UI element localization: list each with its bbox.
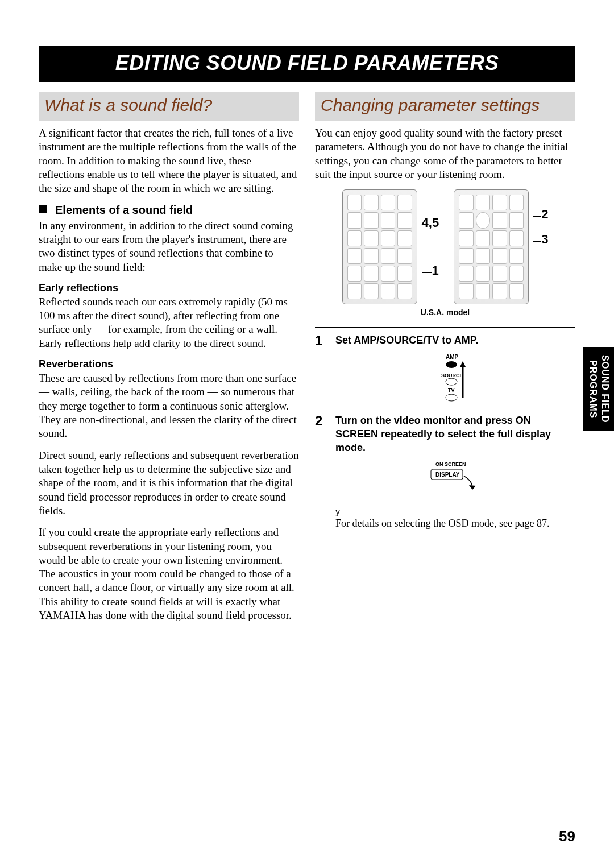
side-tab-line1: SOUND FIELD bbox=[600, 355, 610, 423]
svg-point-0 bbox=[446, 361, 457, 368]
reverberations-heading: Reverberations bbox=[39, 358, 299, 370]
reverberations-body: These are caused by reflections from mor… bbox=[39, 371, 299, 441]
step-2-number: 2 bbox=[315, 414, 327, 428]
callout-3: 3 bbox=[541, 232, 548, 246]
remote-figure: 4,5 1 bbox=[315, 189, 575, 317]
section-header-changing: Changing parameter settings bbox=[315, 92, 575, 121]
step-2: 2 Turn on the video monitor and press ON… bbox=[315, 414, 575, 502]
chapter-banner: EDITING SOUND FIELD PARAMETERS bbox=[39, 46, 575, 82]
step-separator bbox=[315, 327, 575, 328]
step-2-text: Turn on the video monitor and press ON S… bbox=[335, 414, 575, 455]
switch-label-amp: AMP bbox=[446, 354, 459, 360]
paragraph-3: Direct sound, early reflections and subs… bbox=[39, 449, 299, 518]
switch-label-tv: TV bbox=[448, 387, 455, 393]
arrow-up-icon bbox=[460, 361, 466, 367]
paragraph-4: If you could create the appropriate earl… bbox=[39, 526, 299, 622]
elements-heading-text: Elements of a sound field bbox=[55, 204, 193, 216]
on-screen-button-icon: ON SCREEN DISPLAY bbox=[418, 459, 492, 499]
square-bullet-icon bbox=[39, 205, 47, 213]
switch-label-source: SOURCE bbox=[441, 373, 463, 378]
footnote-body: For details on selecting the OSD mode, s… bbox=[335, 517, 575, 530]
changing-intro: You can enjoy good quality sound with th… bbox=[315, 126, 575, 181]
step-2-figure: ON SCREEN DISPLAY bbox=[335, 459, 575, 499]
elements-heading: Elements of a sound field bbox=[39, 204, 299, 217]
callout-2: 2 bbox=[541, 207, 548, 221]
press-arrow-icon bbox=[469, 485, 476, 490]
display-button-label: DISPLAY bbox=[435, 472, 460, 478]
callout-45: 4,5 bbox=[422, 216, 439, 230]
right-column: Changing parameter settings You can enjo… bbox=[315, 92, 575, 630]
amp-switch-icon: AMP SOURCE TV bbox=[424, 352, 487, 403]
remote-right-diagram bbox=[454, 189, 529, 304]
elements-body: In any environment, in addition to the d… bbox=[39, 219, 299, 274]
early-reflections-heading: Early reflections bbox=[39, 282, 299, 294]
early-reflections-body: Reflected sounds reach our ears extremel… bbox=[39, 295, 299, 350]
step-1-text: Set AMP/SOURCE/TV to AMP. bbox=[335, 333, 575, 347]
on-screen-label: ON SCREEN bbox=[435, 461, 466, 467]
svg-point-1 bbox=[446, 378, 457, 385]
page-number: 59 bbox=[559, 828, 575, 845]
intro-paragraph: A significant factor that creates the ri… bbox=[39, 126, 299, 196]
side-tab-line2: PROGRAMS bbox=[588, 360, 598, 418]
section-header-what-is: What is a sound field? bbox=[39, 92, 299, 121]
side-tab: SOUND FIELD PROGRAMS bbox=[583, 347, 614, 431]
svg-point-2 bbox=[446, 394, 457, 401]
footnote-marker: y bbox=[335, 507, 575, 517]
remote-left-diagram bbox=[342, 189, 417, 304]
step-1-number: 1 bbox=[315, 333, 327, 348]
callout-1: 1 bbox=[432, 263, 439, 278]
step-1: 1 Set AMP/SOURCE/TV to AMP. AMP SOURCE T… bbox=[315, 333, 575, 405]
left-column: What is a sound field? A significant fac… bbox=[39, 92, 299, 630]
step-1-figure: AMP SOURCE TV bbox=[335, 352, 575, 403]
model-caption: U.S.A. model bbox=[315, 308, 575, 317]
